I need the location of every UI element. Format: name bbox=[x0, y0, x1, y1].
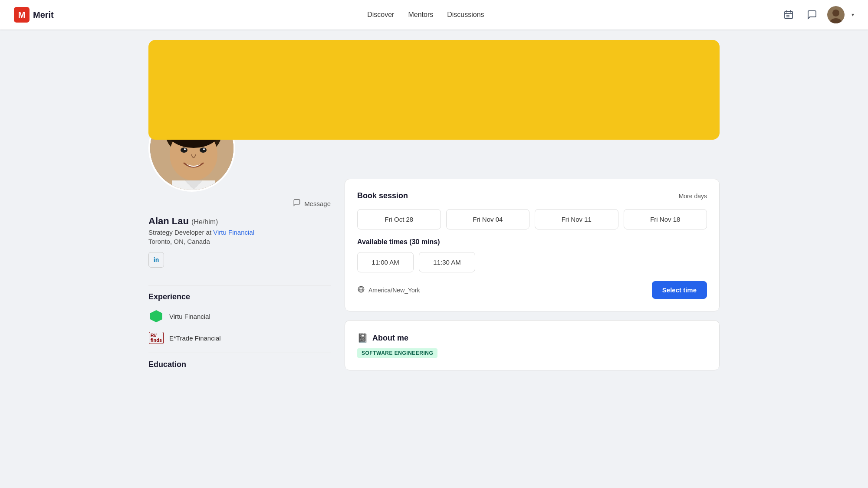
profile-name: Alan Lau (He/him) bbox=[148, 216, 331, 227]
right-panel: Book session More days Fri Oct 28 Fri No… bbox=[345, 105, 720, 371]
experience-item-etrade: R//finds E*Trade Financial bbox=[148, 330, 331, 346]
virtu-logo bbox=[148, 308, 164, 324]
calendar-icon-btn[interactable] bbox=[780, 7, 797, 23]
select-time-button[interactable]: Select time bbox=[652, 281, 707, 299]
app-name: Merit bbox=[33, 10, 54, 20]
message-button[interactable]: Message bbox=[293, 199, 331, 209]
more-days-link[interactable]: More days bbox=[679, 193, 707, 200]
time-buttons-container: 11:00 AM 11:30 AM bbox=[357, 252, 707, 272]
chat-icon-btn[interactable] bbox=[804, 7, 820, 23]
nav-mentors[interactable]: Mentors bbox=[408, 11, 433, 19]
date-btn-2[interactable]: Fri Nov 11 bbox=[535, 209, 618, 229]
globe-icon bbox=[357, 285, 365, 295]
available-times-label: Available times (30 mins) bbox=[357, 238, 707, 246]
divider-1 bbox=[148, 285, 331, 285]
svg-rect-3 bbox=[786, 16, 788, 17]
svg-point-14 bbox=[184, 148, 186, 150]
svg-point-15 bbox=[203, 148, 205, 150]
virtu-name: Virtu Financial bbox=[169, 313, 210, 320]
nav-discover[interactable]: Discover bbox=[367, 11, 394, 19]
svg-point-6 bbox=[832, 10, 839, 16]
about-me-card: 📓 About me SOFTWARE ENGINEERING bbox=[345, 320, 720, 370]
linkedin-button[interactable]: in bbox=[148, 252, 164, 268]
profile-layout: Message Alan Lau (He/him) Strategy Devel… bbox=[148, 105, 720, 371]
svg-rect-4 bbox=[788, 16, 789, 17]
profile-banner bbox=[148, 40, 720, 140]
about-me-title: About me bbox=[372, 334, 408, 343]
message-icon bbox=[293, 199, 301, 209]
notebook-icon: 📓 bbox=[357, 333, 368, 343]
message-label: Message bbox=[304, 200, 331, 207]
book-session-title: Book session bbox=[357, 191, 408, 200]
svg-point-13 bbox=[200, 147, 207, 153]
profile-title: Strategy Developer at Virtu Financial bbox=[148, 229, 331, 236]
svg-rect-2 bbox=[788, 15, 789, 16]
page-content: Message Alan Lau (He/him) Strategy Devel… bbox=[135, 29, 733, 381]
date-btn-3[interactable]: Fri Nov 18 bbox=[624, 209, 707, 229]
nav-discussions[interactable]: Discussions bbox=[447, 11, 484, 19]
user-menu-chevron[interactable]: ▾ bbox=[852, 12, 854, 18]
main-nav: Discover Mentors Discussions bbox=[71, 11, 780, 19]
etrade-name: E*Trade Financial bbox=[169, 334, 221, 342]
experience-section-title: Experience bbox=[148, 292, 331, 301]
divider-2 bbox=[148, 353, 331, 353]
about-me-header: 📓 About me bbox=[357, 333, 707, 343]
time-btn-1[interactable]: 11:30 AM bbox=[419, 252, 475, 272]
profile-company-link[interactable]: Virtu Financial bbox=[213, 229, 254, 236]
book-session-header: Book session More days bbox=[357, 191, 707, 200]
card-footer: America/New_York Select time bbox=[357, 281, 707, 299]
time-btn-0[interactable]: 11:00 AM bbox=[357, 252, 414, 272]
svg-point-12 bbox=[181, 147, 187, 153]
svg-rect-1 bbox=[786, 15, 788, 16]
logo-container[interactable]: M Merit bbox=[14, 7, 54, 23]
navbar-actions: ▾ bbox=[780, 6, 854, 23]
logo-icon: M bbox=[14, 7, 30, 23]
date-btn-1[interactable]: Fri Nov 04 bbox=[446, 209, 530, 229]
software-engineering-tag: SOFTWARE ENGINEERING bbox=[357, 348, 437, 358]
navbar: M Merit Discover Mentors Discussions bbox=[0, 0, 868, 29]
user-avatar-btn[interactable] bbox=[827, 6, 845, 23]
date-buttons-container: Fri Oct 28 Fri Nov 04 Fri Nov 11 Fri Nov… bbox=[357, 209, 707, 229]
date-btn-0[interactable]: Fri Oct 28 bbox=[357, 209, 441, 229]
etrade-logo: R//finds bbox=[148, 330, 164, 346]
left-panel: Message Alan Lau (He/him) Strategy Devel… bbox=[148, 105, 331, 371]
timezone-label: America/New_York bbox=[368, 287, 420, 294]
experience-item-virtu: Virtu Financial bbox=[148, 308, 331, 324]
education-section-title: Education bbox=[148, 360, 331, 369]
book-session-card: Book session More days Fri Oct 28 Fri No… bbox=[345, 179, 720, 311]
timezone-info: America/New_York bbox=[357, 285, 420, 295]
profile-location: Toronto, ON, Canada bbox=[148, 238, 331, 245]
profile-pronouns: (He/him) bbox=[191, 218, 218, 226]
